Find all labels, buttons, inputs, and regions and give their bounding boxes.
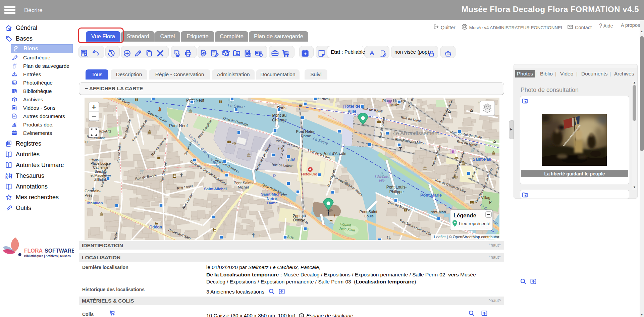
- svg-text:Pont au: Pont au: [272, 113, 286, 118]
- svg-text:Dame: Dame: [301, 134, 311, 138]
- svg-text:P: P: [489, 200, 492, 204]
- svg-text:Saint-Pau: Saint-Pau: [473, 157, 491, 162]
- svg-text:Rue de Nevers: Rue de Nevers: [150, 137, 167, 156]
- svg-text:Prés: Prés: [85, 193, 93, 197]
- svg-text:†: †: [259, 233, 261, 238]
- svg-text:†: †: [180, 172, 183, 178]
- svg-text:Rue Vieille du Te: Rue Vieille du Te: [439, 99, 453, 123]
- svg-text:Pont Louis-: Pont Louis-: [386, 185, 407, 190]
- svg-text:Quai des Cé: Quai des Cé: [474, 187, 486, 204]
- svg-text:SOFTWARE: SOFTWARE: [45, 248, 74, 254]
- svg-text:B: B: [5, 176, 8, 179]
- svg-text:Pont Notre-: Pont Notre-: [296, 129, 316, 134]
- svg-text:Pont Mari: Pont Mari: [429, 210, 446, 214]
- svg-text:&: &: [451, 149, 454, 153]
- svg-text:Hôtel de: Hôtel de: [343, 104, 360, 109]
- svg-text:🛒: 🛒: [140, 169, 145, 174]
- svg-text:†: †: [334, 213, 336, 218]
- svg-text:de Seine: de Seine: [112, 232, 118, 240]
- svg-text:Bibliothèques | Archives | Mus: Bibliothèques | Archives | Musées: [24, 254, 71, 258]
- svg-text:Rue Aubé: Rue Aubé: [279, 145, 285, 159]
- svg-text:Rue de Rivoli: Rue de Rivoli: [362, 106, 383, 114]
- svg-text:Rue du Roi de Sicile: Rue du Roi de Sicile: [450, 130, 482, 139]
- svg-text:A: A: [5, 172, 8, 176]
- svg-text:La Seine: La Seine: [312, 136, 329, 146]
- svg-text:Rue de Lutèce: Rue de Lutèce: [271, 163, 293, 167]
- svg-text:Lieu représenté: Lieu représenté: [459, 221, 490, 226]
- svg-text:Hôtel-Dieu: Hôtel-Dieu: [301, 172, 319, 176]
- svg-text:Odéon: Odéon: [149, 225, 162, 229]
- svg-text:Louis: Louis: [364, 214, 374, 218]
- svg-text:†: †: [252, 232, 255, 238]
- svg-text:Rue de Lobau: Rue de Lobau: [378, 117, 386, 138]
- svg-text:Mabillon: Mabillon: [87, 201, 103, 205]
- svg-text:Rue de Fourcy: Rue de Fourcy: [482, 167, 493, 188]
- svg-text:✡: ✡: [448, 109, 451, 114]
- svg-text:Rue des Barres: Rue des Barres: [431, 145, 442, 167]
- svg-text:Boulevard Sain: Boulevard Sain: [168, 227, 192, 240]
- svg-text:Rue de Rivoli: Rue de Rivoli: [457, 139, 478, 148]
- svg-text:&: &: [388, 99, 391, 104]
- svg-text:Rue Suger: Rue Suger: [177, 184, 194, 190]
- svg-text:Pont Marie: Pont Marie: [420, 193, 442, 198]
- svg-text:✡: ✡: [493, 139, 497, 144]
- svg-text:Change: Change: [272, 118, 287, 122]
- svg-text:+: +: [92, 103, 96, 111]
- svg-text:Pont Neuf: Pont Neuf: [186, 98, 204, 103]
- svg-text:Rue de l'Hôtel de Ville: Rue de l'Hôtel de Ville: [435, 178, 467, 194]
- svg-text:⚓: ⚓: [380, 171, 385, 176]
- svg-text:✡: ✡: [470, 108, 474, 113]
- svg-text:Rue de Seine: Rue de Seine: [116, 142, 121, 163]
- svg-text:P: P: [273, 173, 276, 178]
- svg-text:in-: in-: [85, 140, 89, 144]
- svg-text:Quai de l'Horloge: Quai de l'Horloge: [223, 116, 249, 126]
- svg-text:Rue Mazarine: Rue Mazarine: [122, 118, 131, 140]
- svg-text:Leaflet: Leaflet: [434, 235, 446, 239]
- svg-text:de Rivoli: de Rivoli: [317, 98, 330, 101]
- svg-text:Philippe: Philippe: [389, 190, 404, 194]
- svg-text:Place Dauphine: Place Dauphine: [197, 118, 213, 139]
- svg-text:Notre-: Notre-: [267, 197, 278, 201]
- svg-text:Villag: Villag: [481, 196, 490, 200]
- svg-text:Pont Neuf: Pont Neuf: [169, 123, 188, 128]
- svg-text:Pont Saint-: Pont Saint-: [360, 210, 379, 214]
- svg-text:Rue de: Rue de: [493, 166, 499, 177]
- svg-text:Quai de Bourbon: Quai de Bourbon: [387, 200, 412, 212]
- svg-text:Rue Geoffroy l'Asnier: Rue Geoffroy l'Asnier: [451, 150, 466, 179]
- svg-text:Dame: Dame: [267, 201, 277, 205]
- svg-text:| © OpenStreetMap contributors: | © OpenStreetMap contributors: [447, 235, 499, 239]
- svg-text:ai de Conti: ai de Conti: [114, 98, 130, 105]
- svg-text:†: †: [92, 187, 95, 192]
- svg-text:Quai aux Fleurs: Quai aux Fleurs: [344, 179, 364, 197]
- svg-text:Saint-Michel: Saint-Michel: [204, 187, 227, 191]
- svg-text:Rue Saint-Louis en l'Île: Rue Saint-Louis en l'Île: [399, 218, 432, 236]
- svg-text:Rue Danton: Rue Danton: [181, 193, 194, 210]
- svg-text:🛒: 🛒: [471, 147, 476, 152]
- svg-text:La Seine - Bras de la Monnaie: La Seine - Bras de la Monnaie: [188, 133, 224, 173]
- svg-text:Pont Saint-: Pont Saint-: [234, 181, 253, 185]
- svg-text:Rue de Rivoli: Rue de Rivoli: [400, 115, 422, 123]
- svg-text:Rue Dauphine: Rue Dauphine: [160, 161, 168, 182]
- svg-text:Jean XXIII: Jean XXIII: [338, 226, 356, 232]
- svg-text:Michel: Michel: [237, 185, 249, 189]
- svg-text:Rue de Savoie: Rue de Savoie: [135, 173, 157, 180]
- svg-text:des Grands: des Grands: [183, 140, 193, 156]
- svg-text:Boulevard du Palais: Boulevard du Palais: [254, 144, 271, 172]
- svg-text:Rue Guénégaud: Rue Guénégaud: [131, 119, 148, 142]
- svg-text:4e Arrondissement: 4e Arrondissement: [393, 130, 439, 136]
- svg-text:FLORA: FLORA: [24, 248, 43, 254]
- svg-text:Légende: Légende: [453, 212, 476, 218]
- svg-text:Ville: Ville: [379, 179, 385, 183]
- svg-text:Quai de Conti: Quai de Conti: [147, 110, 168, 123]
- svg-text:Ville: Ville: [347, 109, 357, 114]
- svg-text:Rue de M: Rue de M: [408, 98, 416, 108]
- svg-text:Qu: Qu: [386, 235, 392, 240]
- svg-text:−: −: [92, 111, 96, 120]
